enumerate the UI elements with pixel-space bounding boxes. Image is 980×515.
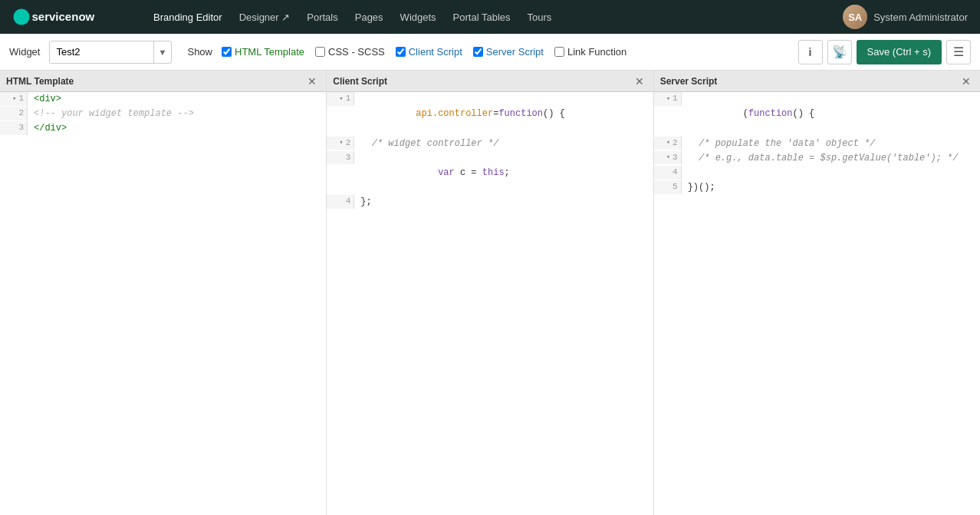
code-line-server-3: ▾ 3 /* e.g., data.table = $sp.getValue('…	[654, 151, 980, 166]
code-line-server-2: ▾ 2 /* populate the 'data' object */	[654, 137, 980, 151]
code-line-html-2: 2 <!-- your widget template -->	[0, 107, 326, 121]
gutter-s5: 5	[654, 180, 682, 194]
nav-portal-tables[interactable]: Portal Tables	[446, 8, 518, 26]
checkbox-server-script[interactable]: Server Script	[473, 46, 544, 58]
nav-links: Branding Editor Designer ↗ Portals Pages…	[146, 8, 843, 26]
nav-widgets[interactable]: Widgets	[393, 8, 444, 26]
html-template-panel: HTML Template ✕ ▾ 1 <div> 2 <!-- your wi…	[0, 71, 327, 515]
nav-right: SA System Administrator	[843, 5, 968, 29]
widget-select[interactable]: Test2	[50, 46, 153, 58]
code-line-server-5: 5 })();	[654, 180, 980, 195]
toolbar-right: i 📡 Save (Ctrl + s) ☰	[798, 40, 971, 64]
checkbox-server-label: Server Script	[486, 46, 544, 58]
fold-arrow-s1[interactable]: ▾	[666, 94, 670, 104]
checkbox-server-input[interactable]	[473, 47, 483, 57]
widget-select-wrap[interactable]: Test2 ▼	[49, 41, 172, 64]
code-line-html-3: 3 </div>	[0, 121, 326, 136]
broadcast-button[interactable]: 📡	[827, 40, 852, 64]
gutter-s4: 4	[654, 166, 682, 180]
code-line-server-4: 4	[654, 166, 980, 180]
gutter-c2: ▾ 2	[327, 137, 354, 150]
fold-arrow-s2[interactable]: ▾	[666, 137, 670, 148]
code-line-client-1: ▾ 1 api.controller=function() {	[327, 92, 653, 137]
client-script-panel: Client Script ✕ ▾ 1 api.controller=funct…	[327, 71, 653, 515]
top-navigation: servicenow Branding Editor Designer ↗ Po…	[0, 0, 980, 34]
checkbox-link-label: Link Function	[567, 46, 626, 58]
fold-arrow-c2[interactable]: ▾	[339, 137, 343, 148]
gutter-s1: ▾ 1	[654, 92, 682, 106]
html-template-editor[interactable]: ▾ 1 <div> 2 <!-- your widget template --…	[0, 92, 326, 515]
checkbox-client-label: Client Script	[409, 46, 462, 58]
save-button[interactable]: Save (Ctrl + s)	[857, 40, 942, 64]
brand-logo[interactable]: servicenow	[12, 8, 127, 26]
gutter-s2: ▾ 2	[654, 137, 682, 150]
checkbox-html-input[interactable]	[222, 47, 232, 57]
checkbox-css-label: CSS - SCSS	[328, 46, 385, 58]
gutter-3: 3	[0, 121, 28, 135]
client-script-title: Client Script	[333, 76, 387, 87]
checkbox-css-input[interactable]	[315, 47, 325, 57]
widget-select-arrow-icon[interactable]: ▼	[153, 41, 172, 63]
checkbox-client-script[interactable]: Client Script	[396, 46, 462, 58]
client-script-close-button[interactable]: ✕	[632, 74, 647, 88]
gutter-s3: ▾ 3	[654, 151, 682, 165]
checkbox-css-scss[interactable]: CSS - SCSS	[315, 46, 385, 58]
nav-portals[interactable]: Portals	[299, 8, 345, 26]
fold-arrow-c1[interactable]: ▾	[339, 94, 343, 104]
user-name: System Administrator	[873, 12, 968, 23]
user-avatar[interactable]: SA	[843, 5, 867, 29]
checkbox-html-label: HTML Template	[235, 46, 304, 58]
server-script-title: Server Script	[660, 76, 718, 87]
checkbox-html-template[interactable]: HTML Template	[222, 46, 304, 58]
fold-arrow-s3[interactable]: ▾	[666, 152, 670, 163]
client-script-editor[interactable]: ▾ 1 api.controller=function() { ▾ 2 /* w…	[327, 92, 653, 515]
html-template-title: HTML Template	[6, 76, 74, 87]
info-button[interactable]: i	[798, 40, 823, 64]
nav-pages[interactable]: Pages	[347, 8, 391, 26]
code-line-client-3: 3 var c = this;	[327, 151, 653, 196]
svg-text:servicenow: servicenow	[32, 10, 95, 23]
widget-label: Widget	[9, 46, 40, 58]
code-line-client-2: ▾ 2 /* widget controller */	[327, 137, 653, 151]
checkbox-group: HTML Template CSS - SCSS Client Script S…	[222, 46, 626, 58]
gutter-1: ▾ 1	[0, 92, 28, 106]
server-script-header: Server Script ✕	[654, 71, 980, 92]
code-line-server-1: ▾ 1 (function() {	[654, 92, 980, 137]
checkbox-link-function[interactable]: Link Function	[554, 46, 626, 58]
gutter-2: 2	[0, 107, 28, 120]
nav-tours[interactable]: Tours	[520, 8, 560, 26]
gutter-c3: 3	[327, 151, 354, 165]
server-script-panel: Server Script ✕ ▾ 1 (function() { ▾ 2 /*…	[654, 71, 980, 515]
server-script-close-button[interactable]: ✕	[959, 74, 974, 88]
menu-button[interactable]: ☰	[946, 40, 971, 64]
checkbox-client-input[interactable]	[396, 47, 406, 57]
show-label: Show	[187, 46, 212, 58]
nav-branding-editor[interactable]: Branding Editor	[146, 8, 230, 26]
client-script-header: Client Script ✕	[327, 71, 653, 92]
editors-container: HTML Template ✕ ▾ 1 <div> 2 <!-- your wi…	[0, 71, 980, 515]
server-script-editor[interactable]: ▾ 1 (function() { ▾ 2 /* populate the 'd…	[654, 92, 980, 515]
html-template-close-button[interactable]: ✕	[304, 74, 320, 88]
html-template-header: HTML Template ✕	[0, 71, 326, 92]
code-line-client-4: 4 };	[327, 195, 653, 210]
checkbox-link-input[interactable]	[554, 47, 564, 57]
fold-arrow[interactable]: ▾	[12, 94, 16, 104]
nav-designer[interactable]: Designer ↗	[232, 8, 298, 26]
gutter-c4: 4	[327, 195, 354, 209]
code-line-html-1: ▾ 1 <div>	[0, 92, 326, 107]
widget-toolbar: Widget Test2 ▼ Show HTML Template CSS - …	[0, 34, 980, 71]
gutter-c1: ▾ 1	[327, 92, 354, 106]
svg-point-0	[14, 9, 30, 25]
